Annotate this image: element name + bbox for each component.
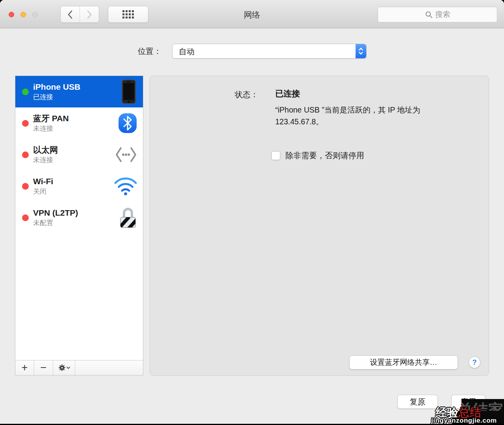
status-value: 已连接 [275,88,300,99]
chevron-right-icon [87,10,92,19]
disable-unless-needed-checkbox[interactable] [271,151,280,160]
service-status-dot [22,120,29,127]
service-row-vpn-l2tp[interactable]: VPN (L2TP) 未配置 [15,202,143,233]
titlebar: 网络 搜索 [0,0,504,28]
status-description: “iPhone USB ”当前是活跃的，其 IP 地址为 123.45.67.8… [275,104,452,128]
service-status-dot [22,152,29,158]
grid-icon [122,10,134,18]
service-status: 已连接 [33,92,80,102]
service-status-dot [22,89,29,95]
checkbox-label: 除非需要，否则请停用 [285,150,364,161]
remove-service-button[interactable]: − [34,360,53,375]
services-list: iPhone USB 已连接 蓝牙 PAN 未连接 以太网 未连接 Wi-Fi … [15,76,143,375]
nav-buttons [60,6,99,23]
location-popup[interactable]: 自动 [172,44,367,59]
service-actions-button[interactable] [53,360,75,375]
service-name: 以太网 [33,145,58,155]
service-name: Wi-Fi [33,176,53,187]
service-status-dot [22,214,29,221]
wifi-icon [113,176,138,196]
gear-icon [58,364,66,371]
search-field[interactable]: 搜索 [378,7,497,22]
service-row-iphone-usb[interactable]: iPhone USB 已连接 [15,76,143,107]
service-row-[interactable]: 以太网 未连接 [15,139,143,170]
list-actions-filler [75,360,143,375]
list-actions-bar: + − [15,360,143,375]
iphone-icon [120,79,138,104]
minimize-button[interactable] [20,12,26,17]
service-name: 蓝牙 PAN [33,113,69,124]
service-name: iPhone USB [33,82,80,92]
service-status: 未配置 [33,218,78,227]
location-label: 位置： [79,46,161,57]
service-status-dot [22,183,29,190]
lock-icon [118,206,138,229]
service-status: 未连接 [33,155,58,164]
ethernet-icon [114,146,138,164]
network-preferences-window: 网络 搜索 位置： 自动 iPhone USB 已连接 [0,0,504,424]
zoom-button[interactable] [32,12,38,17]
back-button[interactable] [61,6,80,22]
service-status: 关闭 [33,187,53,196]
bluetooth-icon [117,113,138,133]
disable-unless-needed-row: 除非需要，否则请停用 [271,150,364,161]
service-status: 未连接 [33,124,69,133]
search-icon [425,11,433,18]
bluetooth-sharing-button[interactable]: 设置蓝牙网络共享… [349,355,458,370]
service-row-pan[interactable]: 蓝牙 PAN 未连接 [15,107,143,139]
close-button[interactable] [9,12,14,17]
forward-button[interactable] [80,6,99,22]
add-service-button[interactable]: + [15,360,34,375]
popup-stepper-icon [356,44,366,58]
service-name: VPN (L2TP) [33,208,78,218]
chevron-down-icon [67,366,70,369]
status-label: 状态： [180,89,258,100]
help-button[interactable]: ? [469,357,480,368]
show-all-button[interactable] [108,6,148,23]
chevron-left-icon [67,10,73,19]
location-value: 自动 [179,46,195,57]
detail-panel: 状态： 已连接 “iPhone USB ”当前是活跃的，其 IP 地址为 123… [150,76,489,376]
watermark-url: jingyanzongjie.com [431,417,497,424]
revert-button[interactable]: 复原 [397,395,438,409]
service-row-wi-fi[interactable]: Wi-Fi 关闭 [15,170,143,202]
search-placeholder: 搜索 [435,9,450,20]
